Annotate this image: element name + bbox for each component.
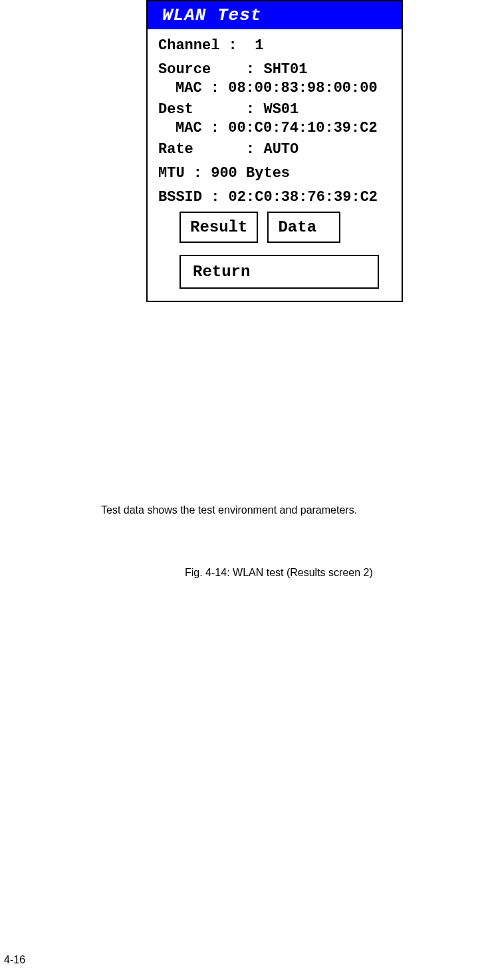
wlan-test-screen: WLAN Test Channel : 1 Source : SHT01 MAC… [146,0,403,302]
screen-title: WLAN Test [148,1,402,29]
result-button[interactable]: Result [179,212,258,243]
figure-caption: Fig. 4-14: WLAN test (Results screen 2) [185,567,373,579]
rate-row: Rate : AUTO [158,142,394,157]
data-button[interactable]: Data [267,212,340,243]
description-text: Test data shows the test environment and… [101,504,357,516]
dest-row: Dest : WS01 [158,102,394,117]
screen-body: Channel : 1 Source : SHT01 MAC : 08:00:8… [148,29,402,301]
source-mac-row: MAC : 08:00:83:98:00:00 [158,81,394,96]
page-number: 4-16 [4,954,25,966]
mtu-row: MTU : 900 Bytes [158,166,394,181]
return-button[interactable]: Return [179,255,379,289]
source-row: Source : SHT01 [158,63,394,77]
button-row-top: Result Data [179,212,394,243]
channel-row: Channel : 1 [158,39,394,53]
dest-mac-row: MAC : 00:C0:74:10:39:C2 [158,121,394,136]
bssid-row: BSSID : 02:C0:38:76:39:C2 [158,190,394,205]
